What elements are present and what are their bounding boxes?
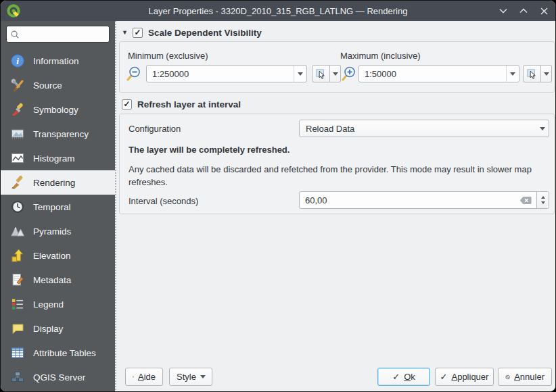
sidebar-item-transparency[interactable]: Transparency (1, 122, 115, 146)
minimum-set-to-canvas-button (312, 65, 341, 82)
maximize-icon[interactable] (519, 6, 528, 16)
map-extent-cursor-icon[interactable] (523, 65, 541, 82)
refresh-interval-header: ✓ Refresh layer at interval (122, 98, 241, 110)
maximum-scale-dropdown-icon[interactable] (506, 66, 519, 82)
cancel-button-label: Annuler (514, 372, 545, 382)
zoom-out-icon (125, 66, 141, 82)
server-network-icon (9, 369, 26, 385)
configuration-value: Reload Data (306, 124, 354, 134)
apply-button[interactable]: ✓ Appliquer (435, 368, 494, 386)
sidebar-item-label: Rendering (33, 178, 75, 188)
sidebar-item-label: Display (33, 324, 63, 334)
scale-visibility-checkbox[interactable]: ✓ (133, 28, 143, 38)
configuration-dropdown-icon (536, 120, 549, 137)
minimum-scale-input[interactable] (147, 66, 306, 82)
sidebar-item-label: Temporal (33, 202, 71, 212)
search-icon (10, 30, 20, 39)
refresh-interval-group: Configuration Reload Data The layer will… (119, 114, 555, 214)
configuration-label: Configuration (129, 124, 181, 134)
minimum-scale-dropdown-icon[interactable] (294, 66, 306, 82)
help-lifebuoy-icon (133, 372, 134, 382)
configuration-combobox[interactable]: Reload Data (299, 120, 549, 137)
apply-check-icon: ✓ (440, 372, 448, 382)
style-button[interactable]: Style (169, 368, 212, 386)
sidebar-item-label: QGIS Server (33, 372, 85, 383)
svg-text:i: i (16, 56, 19, 66)
source-tools-icon (9, 77, 26, 93)
titlebar[interactable]: Layer Properties - 3320D_2010_315_RGB_LA… (1, 1, 555, 21)
rendering-panel: ▼ ✓ Scale Dependent Visibility Minimum (… (115, 21, 555, 392)
sidebar-item-attribute-tables[interactable]: Attribute Tables (1, 341, 115, 365)
cancel-icon (505, 372, 510, 382)
ok-button-label: Ok (404, 372, 415, 382)
help-button-label: Aide (138, 372, 156, 382)
sidebar-item-label: Legend (33, 299, 64, 310)
window-title: Layer Properties - 3320D_2010_315_RGB_LA… (1, 6, 555, 16)
refresh-description: Any cached data will be discarded and re… (129, 163, 534, 189)
collapse-icon[interactable]: ▼ (122, 29, 128, 36)
sidebar-item-label: Metadata (33, 275, 71, 285)
minimum-canvas-dropdown-icon[interactable] (330, 65, 341, 82)
sidebar-item-qgis-server[interactable]: QGIS Server (1, 365, 115, 389)
style-button-label: Style (177, 372, 196, 382)
sidebar-search (6, 26, 110, 43)
scale-visibility-header: ▼ ✓ Scale Dependent Visibility (122, 26, 262, 39)
elevation-icon (9, 247, 26, 264)
maximum-scale-combobox[interactable] (358, 65, 519, 82)
sidebar-item-rendering[interactable]: Rendering (1, 170, 115, 195)
scale-visibility-group: Minimum (exclusive) Maximum (inclusive) (119, 41, 555, 93)
sidebar-item-label: Information (33, 56, 79, 66)
sidebar-item-label: Symbology (33, 105, 78, 115)
refresh-summary: The layer will be completely refreshed. (129, 145, 289, 155)
sidebar-item-legend[interactable]: Legend (1, 292, 115, 316)
sidebar-item-label: Histogram (33, 153, 75, 164)
ok-check-icon: ✓ (392, 372, 400, 382)
rendering-brush-icon (9, 174, 26, 191)
window-controls (499, 1, 549, 21)
style-dropdown-icon (200, 375, 206, 378)
legend-icon (9, 296, 26, 312)
speech-bubble-icon (9, 320, 26, 337)
step-down-icon[interactable] (541, 201, 545, 204)
sidebar-item-source[interactable]: Source (1, 73, 115, 97)
clock-icon (9, 199, 26, 215)
ok-button[interactable]: ✓ Ok (377, 368, 430, 386)
interval-stepper (536, 192, 549, 208)
sidebar-item-label: Source (33, 80, 62, 91)
map-extent-cursor-icon[interactable] (312, 65, 330, 82)
sidebar-item-elevation[interactable]: Elevation (1, 243, 115, 268)
transparency-icon (9, 126, 26, 142)
refresh-interval-checkbox[interactable]: ✓ (122, 99, 132, 109)
sidebar-item-information[interactable]: i Information (1, 49, 115, 73)
minimize-icon[interactable] (499, 6, 508, 16)
sidebar-search-input[interactable] (22, 29, 106, 40)
cancel-button[interactable]: Annuler (498, 368, 552, 386)
sidebar: i Information Source Symbology (1, 21, 115, 392)
table-icon (9, 345, 26, 361)
minimum-label: Minimum (exclusive) (128, 51, 208, 61)
step-up-icon[interactable] (541, 196, 545, 199)
interval-input[interactable] (300, 192, 549, 208)
metadata-icon (9, 272, 26, 288)
sidebar-item-histogram[interactable]: Histogram (1, 146, 115, 170)
scale-visibility-title: Scale Dependent Visibility (148, 28, 262, 38)
help-button[interactable]: Aide (125, 368, 163, 386)
sidebar-item-label: Attribute Tables (33, 348, 96, 358)
close-icon[interactable] (539, 6, 549, 16)
maximum-canvas-dropdown-icon[interactable] (541, 65, 552, 82)
layer-properties-dialog: Layer Properties - 3320D_2010_315_RGB_LA… (0, 0, 556, 392)
sidebar-item-label: Elevation (33, 251, 71, 261)
minimum-scale-combobox[interactable] (146, 65, 307, 82)
properties-nav: i Information Source Symbology (1, 49, 115, 389)
sidebar-item-metadata[interactable]: Metadata (1, 268, 115, 292)
sidebar-item-temporal[interactable]: Temporal (1, 195, 115, 219)
sidebar-item-display[interactable]: Display (1, 316, 115, 341)
sidebar-item-symbology[interactable]: Symbology (1, 97, 115, 122)
clear-value-icon[interactable] (519, 196, 532, 207)
sidebar-item-label: Transparency (33, 129, 89, 139)
apply-button-label: Appliquer (451, 372, 488, 382)
maximum-scale-input[interactable] (359, 66, 519, 82)
sidebar-item-pyramids[interactable]: Pyramids (1, 219, 115, 243)
pyramids-icon (9, 223, 26, 239)
interval-spinbox[interactable] (299, 191, 549, 209)
